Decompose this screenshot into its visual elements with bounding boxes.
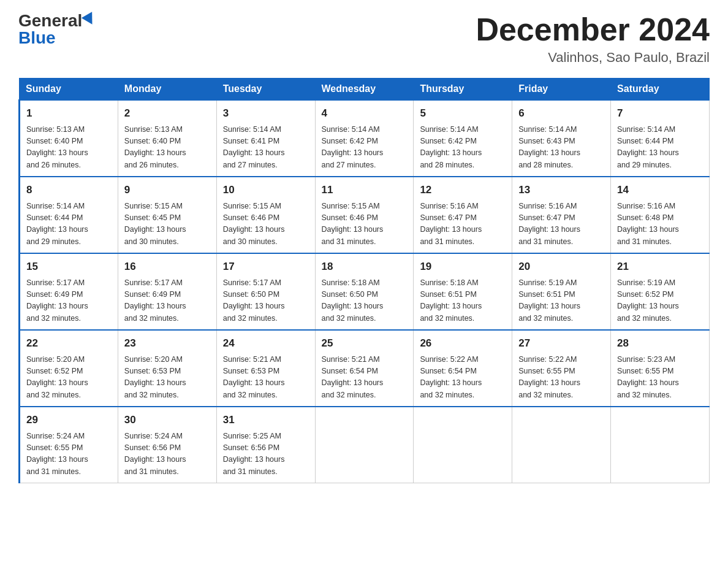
day-info: Sunrise: 5:13 AMSunset: 6:40 PMDaylight:… [124, 124, 210, 172]
day-cell [611, 407, 710, 483]
day-info: Sunrise: 5:21 AMSunset: 6:53 PMDaylight:… [223, 354, 309, 402]
day-info: Sunrise: 5:21 AMSunset: 6:54 PMDaylight:… [322, 354, 408, 402]
header-cell-sunday: Sunday [20, 79, 118, 101]
day-cell [315, 407, 414, 483]
location-title: Valinhos, Sao Paulo, Brazil [476, 50, 710, 66]
day-number: 13 [518, 182, 604, 198]
day-info: Sunrise: 5:14 AMSunset: 6:44 PMDaylight:… [26, 201, 112, 248]
day-number: 25 [322, 335, 408, 351]
day-info: Sunrise: 5:18 AMSunset: 6:50 PMDaylight:… [322, 277, 408, 325]
day-info: Sunrise: 5:16 AMSunset: 6:48 PMDaylight:… [617, 201, 703, 248]
day-number: 18 [322, 259, 408, 275]
day-info: Sunrise: 5:19 AMSunset: 6:52 PMDaylight:… [617, 277, 703, 325]
calendar-header: SundayMondayTuesdayWednesdayThursdayFrid… [20, 79, 710, 101]
day-number: 2 [124, 105, 210, 121]
day-info: Sunrise: 5:24 AMSunset: 6:55 PMDaylight:… [26, 431, 112, 478]
week-row-3: 15Sunrise: 5:17 AMSunset: 6:49 PMDayligh… [20, 253, 710, 330]
week-row-1: 1Sunrise: 5:13 AMSunset: 6:40 PMDaylight… [20, 100, 710, 177]
day-cell [512, 407, 611, 483]
day-cell: 23Sunrise: 5:20 AMSunset: 6:53 PMDayligh… [118, 330, 216, 407]
day-info: Sunrise: 5:15 AMSunset: 6:46 PMDaylight:… [223, 201, 309, 248]
header-cell-thursday: Thursday [414, 79, 512, 101]
day-info: Sunrise: 5:19 AMSunset: 6:51 PMDaylight:… [518, 277, 604, 325]
day-number: 24 [223, 335, 309, 351]
day-number: 8 [26, 182, 112, 198]
day-number: 14 [617, 182, 703, 198]
day-cell: 19Sunrise: 5:18 AMSunset: 6:51 PMDayligh… [414, 253, 512, 330]
logo-blue-label: Blue [18, 28, 56, 48]
day-cell: 29Sunrise: 5:24 AMSunset: 6:55 PMDayligh… [20, 407, 118, 483]
day-cell: 26Sunrise: 5:22 AMSunset: 6:54 PMDayligh… [414, 330, 512, 407]
header-cell-friday: Friday [512, 79, 611, 101]
day-info: Sunrise: 5:16 AMSunset: 6:47 PMDaylight:… [518, 201, 604, 248]
day-number: 27 [518, 335, 604, 351]
day-number: 9 [124, 182, 210, 198]
day-cell: 16Sunrise: 5:17 AMSunset: 6:49 PMDayligh… [118, 253, 216, 330]
day-cell: 14Sunrise: 5:16 AMSunset: 6:48 PMDayligh… [611, 177, 710, 253]
day-number: 6 [518, 105, 604, 121]
day-cell: 3Sunrise: 5:14 AMSunset: 6:41 PMDaylight… [216, 100, 315, 177]
day-cell: 11Sunrise: 5:15 AMSunset: 6:46 PMDayligh… [315, 177, 414, 253]
day-number: 10 [223, 182, 309, 198]
day-cell: 8Sunrise: 5:14 AMSunset: 6:44 PMDaylight… [20, 177, 118, 253]
day-cell: 24Sunrise: 5:21 AMSunset: 6:53 PMDayligh… [216, 330, 315, 407]
day-cell: 12Sunrise: 5:16 AMSunset: 6:47 PMDayligh… [414, 177, 512, 253]
day-info: Sunrise: 5:17 AMSunset: 6:50 PMDaylight:… [223, 277, 309, 325]
day-number: 1 [26, 105, 112, 121]
day-info: Sunrise: 5:20 AMSunset: 6:52 PMDaylight:… [26, 354, 112, 402]
day-cell: 17Sunrise: 5:17 AMSunset: 6:50 PMDayligh… [216, 253, 315, 330]
day-number: 23 [124, 335, 210, 351]
day-info: Sunrise: 5:15 AMSunset: 6:46 PMDaylight:… [322, 201, 408, 248]
title-section: December 2024 Valinhos, Sao Paulo, Brazi… [476, 12, 710, 66]
day-info: Sunrise: 5:13 AMSunset: 6:40 PMDaylight:… [26, 124, 112, 172]
day-info: Sunrise: 5:15 AMSunset: 6:45 PMDaylight:… [124, 201, 210, 248]
logo-triangle-icon [82, 12, 97, 28]
day-cell: 4Sunrise: 5:14 AMSunset: 6:42 PMDaylight… [315, 100, 414, 177]
day-cell: 15Sunrise: 5:17 AMSunset: 6:49 PMDayligh… [20, 253, 118, 330]
day-number: 5 [420, 105, 506, 121]
day-info: Sunrise: 5:25 AMSunset: 6:56 PMDaylight:… [223, 431, 309, 478]
week-row-2: 8Sunrise: 5:14 AMSunset: 6:44 PMDaylight… [20, 177, 710, 253]
day-info: Sunrise: 5:14 AMSunset: 6:44 PMDaylight:… [617, 124, 703, 172]
logo: General Blue [18, 12, 96, 48]
day-number: 28 [617, 335, 703, 351]
day-number: 3 [223, 105, 309, 121]
logo-general-text: General [18, 12, 96, 29]
day-cell: 9Sunrise: 5:15 AMSunset: 6:45 PMDaylight… [118, 177, 216, 253]
day-cell [414, 407, 512, 483]
day-info: Sunrise: 5:16 AMSunset: 6:47 PMDaylight:… [420, 201, 506, 248]
header-cell-monday: Monday [118, 79, 216, 101]
day-info: Sunrise: 5:22 AMSunset: 6:54 PMDaylight:… [420, 354, 506, 402]
day-number: 19 [420, 259, 506, 275]
header-row: SundayMondayTuesdayWednesdayThursdayFrid… [20, 79, 710, 101]
day-number: 22 [26, 335, 112, 351]
logo-general-label: General [18, 11, 82, 30]
day-cell: 31Sunrise: 5:25 AMSunset: 6:56 PMDayligh… [216, 407, 315, 483]
day-info: Sunrise: 5:17 AMSunset: 6:49 PMDaylight:… [124, 277, 210, 325]
calendar-body: 1Sunrise: 5:13 AMSunset: 6:40 PMDaylight… [20, 100, 710, 483]
day-info: Sunrise: 5:22 AMSunset: 6:55 PMDaylight:… [518, 354, 604, 402]
day-cell: 10Sunrise: 5:15 AMSunset: 6:46 PMDayligh… [216, 177, 315, 253]
day-number: 15 [26, 259, 112, 275]
day-cell: 25Sunrise: 5:21 AMSunset: 6:54 PMDayligh… [315, 330, 414, 407]
day-cell: 27Sunrise: 5:22 AMSunset: 6:55 PMDayligh… [512, 330, 611, 407]
week-row-4: 22Sunrise: 5:20 AMSunset: 6:52 PMDayligh… [20, 330, 710, 407]
day-info: Sunrise: 5:20 AMSunset: 6:53 PMDaylight:… [124, 354, 210, 402]
header-cell-wednesday: Wednesday [315, 79, 414, 101]
day-info: Sunrise: 5:14 AMSunset: 6:41 PMDaylight:… [223, 124, 309, 172]
day-cell: 6Sunrise: 5:14 AMSunset: 6:43 PMDaylight… [512, 100, 611, 177]
day-cell: 18Sunrise: 5:18 AMSunset: 6:50 PMDayligh… [315, 253, 414, 330]
day-number: 16 [124, 259, 210, 275]
week-row-5: 29Sunrise: 5:24 AMSunset: 6:55 PMDayligh… [20, 407, 710, 483]
day-cell: 1Sunrise: 5:13 AMSunset: 6:40 PMDaylight… [20, 100, 118, 177]
day-cell: 22Sunrise: 5:20 AMSunset: 6:52 PMDayligh… [20, 330, 118, 407]
day-number: 11 [322, 182, 408, 198]
day-number: 29 [26, 412, 112, 428]
day-number: 30 [124, 412, 210, 428]
day-number: 21 [617, 259, 703, 275]
day-cell: 7Sunrise: 5:14 AMSunset: 6:44 PMDaylight… [611, 100, 710, 177]
day-cell: 5Sunrise: 5:14 AMSunset: 6:42 PMDaylight… [414, 100, 512, 177]
calendar-table: SundayMondayTuesdayWednesdayThursdayFrid… [18, 78, 710, 483]
day-number: 20 [518, 259, 604, 275]
day-number: 17 [223, 259, 309, 275]
